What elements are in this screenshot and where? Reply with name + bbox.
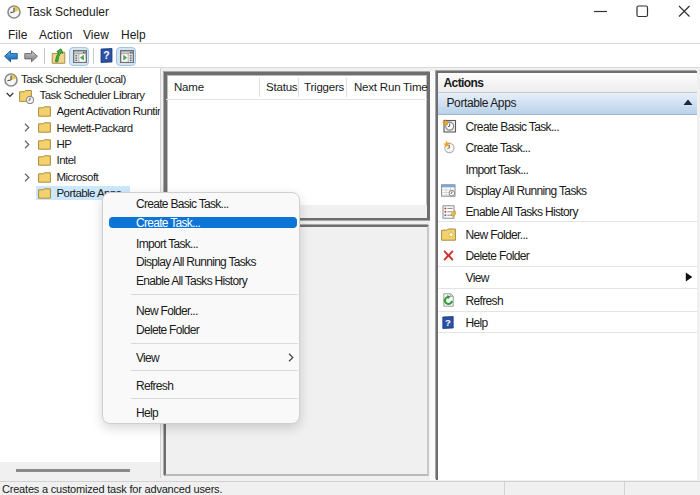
svg-text:?: ? [103, 49, 109, 61]
svg-text:?: ? [445, 317, 451, 328]
